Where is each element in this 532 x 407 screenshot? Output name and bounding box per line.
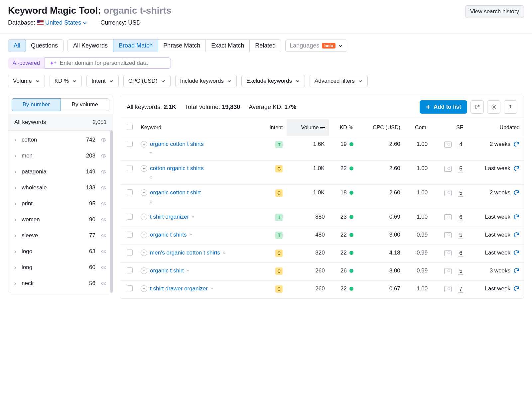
row-checkbox[interactable] [127,267,133,273]
serp-icon[interactable] [444,142,452,148]
tab-exact-match[interactable]: Exact Match [206,40,250,52]
refresh-icon[interactable] [513,232,520,238]
row-checkbox[interactable] [127,285,133,291]
sidebar-item-men[interactable]: ›men203 [8,148,113,164]
sidebar-item-long[interactable]: ›long60 [8,259,113,275]
tab-phrase-match[interactable]: Phrase Match [158,40,206,52]
refresh-button[interactable] [470,100,484,114]
expand-icon[interactable]: » [223,250,225,255]
add-keyword-icon[interactable]: + [141,267,147,274]
sidebar-item-patagonia[interactable]: ›patagonia149 [8,164,113,180]
sidebar-tab-by-volume[interactable]: By volume [61,98,110,111]
tab-broad-match[interactable]: Broad Match [113,39,158,52]
filter-advanced-filters[interactable]: Advanced filters [310,75,368,87]
row-checkbox[interactable] [127,250,133,255]
keyword-link[interactable]: t shirt drawer organizer [150,285,208,292]
serp-icon[interactable] [444,250,452,256]
expand-icon[interactable]: » [187,267,189,273]
add-keyword-icon[interactable]: + [141,285,147,292]
add-to-list-button[interactable]: Add to list [420,100,467,114]
sf-value[interactable]: 5 [459,268,463,275]
row-checkbox[interactable] [127,141,133,147]
serp-icon[interactable] [444,166,452,172]
sidebar-item-sleeve[interactable]: ›sleeve77 [8,228,113,244]
keyword-link[interactable]: organic cotton t shirts [150,141,204,148]
sf-value[interactable]: 7 [459,286,463,293]
serp-icon[interactable] [444,286,452,292]
tab-all[interactable]: All [8,39,26,52]
keyword-link[interactable]: organic cotton t shirt [150,189,201,196]
view-history-button[interactable]: View search history [465,5,524,18]
add-keyword-icon[interactable]: + [141,250,147,256]
serp-icon[interactable] [444,190,452,196]
export-button[interactable] [504,100,517,114]
select-all-checkbox[interactable] [127,124,133,130]
add-keyword-icon[interactable]: + [141,232,147,238]
sidebar-item-print[interactable]: ›print95 [8,196,113,212]
keyword-link[interactable]: organic t shirts [150,232,187,238]
filter-exclude-keywords[interactable]: Exclude keywords [241,75,305,87]
expand-icon[interactable]: » [210,285,212,291]
filter-include-keywords[interactable]: Include keywords [175,75,237,87]
sf-value[interactable]: 6 [459,250,463,257]
refresh-icon[interactable] [513,141,520,148]
col-cpc[interactable]: CPC (USD) [357,119,404,136]
col-kd[interactable]: KD % [329,119,357,136]
row-checkbox[interactable] [127,189,133,195]
row-checkbox[interactable] [127,232,133,238]
refresh-icon[interactable] [513,285,520,292]
sidebar-item-logo[interactable]: ›logo63 [8,244,113,259]
domain-input[interactable] [60,60,166,66]
sf-value[interactable]: 6 [459,214,463,221]
keyword-link[interactable]: organic t shirt [150,267,184,274]
serp-icon[interactable] [444,232,452,238]
col-com[interactable]: Com. [404,119,432,136]
row-checkbox[interactable] [127,214,133,220]
expand-icon[interactable]: » [141,174,227,180]
keyword-link[interactable]: cotton organic t shirts [150,165,204,172]
tab-questions[interactable]: Questions [26,40,63,52]
refresh-icon[interactable] [513,267,520,274]
expand-icon[interactable]: » [192,214,194,219]
keyword-link[interactable]: men's organic cotton t shirts [150,250,220,256]
sidebar-item-wholesale[interactable]: ›wholesale133 [8,180,113,196]
tab-related[interactable]: Related [250,40,281,52]
database-selector[interactable]: Database: United States [8,19,87,26]
sidebar-item-women[interactable]: ›women90 [8,212,113,228]
col-updated[interactable]: Updated [467,119,524,136]
filter-intent[interactable]: Intent [86,75,119,87]
tab-all-keywords[interactable]: All Keywords [68,40,113,52]
col-keyword[interactable]: Keyword [137,119,259,136]
sf-value[interactable]: 5 [459,165,463,172]
all-keywords-row[interactable]: All keywords 2,051 [8,114,113,131]
sf-value[interactable]: 5 [459,232,463,239]
col-volume[interactable]: Volume [287,119,329,136]
add-keyword-icon[interactable]: + [141,189,147,196]
refresh-icon[interactable] [513,250,520,256]
keyword-link[interactable]: t shirt organizer [150,214,189,220]
add-keyword-icon[interactable]: + [141,165,147,172]
filter-cpc-usd-[interactable]: CPC (USD) [123,75,171,87]
filter-volume[interactable]: Volume [8,75,45,87]
expand-icon[interactable]: » [141,150,227,155]
col-sf[interactable]: SF [432,119,467,136]
sidebar-item-cotton[interactable]: ›cotton742 [8,132,113,148]
filter-kd-[interactable]: KD % [50,75,82,87]
languages-dropdown[interactable]: Languages beta [285,40,347,52]
sidebar-tab-by-number[interactable]: By number [12,98,61,111]
serp-icon[interactable] [444,214,452,220]
row-checkbox[interactable] [127,165,133,171]
refresh-icon[interactable] [513,214,520,220]
add-keyword-icon[interactable]: + [141,141,147,148]
refresh-icon[interactable] [513,189,520,196]
sidebar-item-neck[interactable]: ›neck56 [8,275,113,291]
serp-icon[interactable] [444,268,452,274]
expand-icon[interactable]: » [141,199,227,204]
expand-icon[interactable]: » [190,232,192,237]
add-keyword-icon[interactable]: + [141,214,147,220]
settings-button[interactable] [487,100,500,114]
sf-value[interactable]: 4 [459,141,463,148]
col-intent[interactable]: Intent [259,119,287,136]
refresh-icon[interactable] [513,165,520,172]
sf-value[interactable]: 5 [459,190,463,197]
